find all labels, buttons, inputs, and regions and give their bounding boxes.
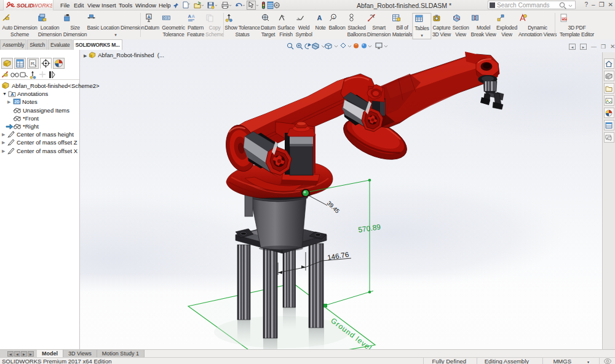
svg-text:A: A	[10, 92, 14, 97]
svg-text:WORKS: WORKS	[33, 2, 52, 9]
svg-text:R: R	[31, 61, 34, 66]
svg-text:2D: 2D	[14, 100, 20, 104]
svg-text:SOLID: SOLID	[17, 2, 34, 9]
